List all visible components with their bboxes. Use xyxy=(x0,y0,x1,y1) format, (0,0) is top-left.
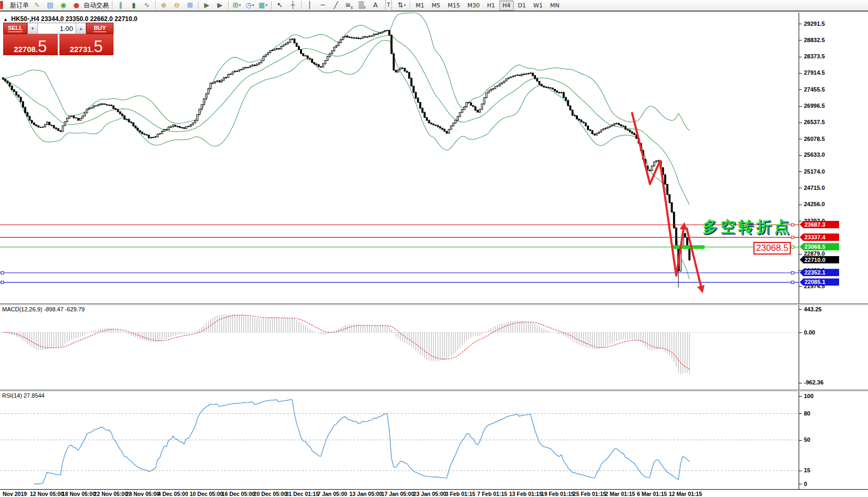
toolbar-separator xyxy=(198,1,199,9)
rsi-line xyxy=(34,400,689,484)
time-axis-label: 18 Nov 05:00 xyxy=(62,491,96,497)
sell-button[interactable]: SELL xyxy=(3,23,27,34)
volume-input[interactable] xyxy=(38,23,76,34)
one-click-trading-panel: SELL ▼ ▲ BUY 22708.5 22731.5 xyxy=(3,23,113,55)
grid-icon[interactable]: ▒F xyxy=(356,0,369,11)
price-axis-tick xyxy=(799,188,802,188)
price-tick-label: 22879.0 xyxy=(804,250,825,257)
arrows-icon[interactable]: ⇅▾ xyxy=(395,0,408,11)
price-axis-tick xyxy=(799,155,802,156)
price-axis[interactable]: 29291.528832.528373.527914.527455.526996… xyxy=(799,13,868,489)
price-level-badge: 23687.3 xyxy=(800,221,839,228)
timeframe-m1[interactable]: M1 xyxy=(412,1,428,11)
symbol-period-label: HK50-,H4 xyxy=(11,15,39,23)
toolbar-separator xyxy=(271,1,272,9)
time-axis-label: 7 Feb 01:15 xyxy=(477,491,507,497)
templates-icon[interactable]: ▦▾ xyxy=(256,0,270,11)
trendline-icon[interactable]: ╱ xyxy=(329,0,343,11)
timeframe-m15[interactable]: M15 xyxy=(445,1,463,11)
buy-button[interactable]: BUY xyxy=(86,23,113,34)
crosshair-icon[interactable]: ┼ xyxy=(286,0,299,11)
new-chart-icon[interactable]: ⊞▾ xyxy=(230,0,243,11)
price-flag-label[interactable]: 23068.5 xyxy=(753,242,791,255)
zoom-out-icon[interactable]: ⊖ xyxy=(170,0,183,11)
turning-point-annotation[interactable]: 多空转折点 xyxy=(702,217,792,238)
price-axis-tick xyxy=(799,123,802,123)
rsi-scale-label: 100 xyxy=(804,393,813,399)
price-axis-tick xyxy=(799,254,802,255)
main-price-chart[interactable] xyxy=(0,13,799,303)
timeframe-w1[interactable]: W1 xyxy=(530,1,546,11)
time-axis-label: 13 Jan 05:00 xyxy=(349,491,382,497)
time-axis-label: 12 Nov 05:00 xyxy=(30,491,64,497)
macd-scale-label: -962.36 xyxy=(804,379,823,386)
time-axis-label: Nov 2019 xyxy=(3,491,27,497)
price-tick-label: 25174.0 xyxy=(804,168,825,175)
toolbar-separator xyxy=(155,1,156,9)
zoom-in-icon[interactable]: ⊕ xyxy=(157,0,170,11)
bollinger-middle-band xyxy=(3,35,689,205)
time-axis-label: 19 Feb 01:15 xyxy=(541,491,574,497)
price-tick-label: 27914.5 xyxy=(804,69,825,76)
autotrading-icon[interactable]: ● xyxy=(70,0,83,11)
tile-windows-icon[interactable]: ⊞ xyxy=(183,0,197,11)
candlestick-chart-icon[interactable]: ▮ xyxy=(127,0,140,11)
macd-pane[interactable] xyxy=(0,305,799,388)
modify-order-icon[interactable]: ✎ xyxy=(30,0,44,11)
macd-axis-tick xyxy=(799,309,802,310)
price-level-badge: 23068.5 xyxy=(800,243,839,250)
sell-price[interactable]: 22708.5 xyxy=(3,34,59,55)
buy-price[interactable]: 22731.5 xyxy=(59,34,114,55)
symbol-arrow-icon: ▲ xyxy=(3,17,8,22)
rsi-pane[interactable] xyxy=(0,391,799,488)
cursor-icon[interactable]: ↖ xyxy=(273,0,286,11)
time-axis[interactable]: Nov 201912 Nov 05:0018 Nov 05:0022 Nov 0… xyxy=(0,489,868,497)
line-chart-icon[interactable]: ∿ xyxy=(140,0,153,11)
new-order-icon[interactable]: ▌ xyxy=(0,0,9,11)
text-label-icon[interactable]: T xyxy=(382,0,395,11)
timeframe-mn[interactable]: MN xyxy=(547,1,563,11)
green-zone-rect[interactable] xyxy=(671,245,705,249)
fibonacci-icon[interactable]: ≋E xyxy=(343,0,356,11)
new-order-label: 新订单 xyxy=(10,1,29,10)
rsi-axis-tick xyxy=(799,484,802,484)
zigzag-arrow-drawing[interactable] xyxy=(632,113,684,276)
chart-window[interactable]: ▲ HK50-,H4 23344.0 23350.0 22662.0 22710… xyxy=(0,13,868,497)
rsi-scale-label: 80 xyxy=(804,410,810,417)
time-axis-label: 7 Jan 05:00 xyxy=(317,491,347,497)
time-axis-label: 28 Nov 05:00 xyxy=(126,491,159,497)
volume-decrease-button[interactable]: ▼ xyxy=(28,23,38,34)
text-icon[interactable]: A xyxy=(369,0,382,11)
pane-separator[interactable] xyxy=(0,303,868,305)
timeframe-h4[interactable]: H4 xyxy=(499,1,513,11)
vertical-line-icon[interactable]: │ xyxy=(303,0,316,11)
autotrading-label: 自动交易 xyxy=(84,1,109,10)
price-level-badge: 23337.4 xyxy=(800,234,839,241)
timeframe-m30[interactable]: M30 xyxy=(464,1,483,11)
timeframe-d1[interactable]: D1 xyxy=(515,1,529,11)
macd-axis-tick xyxy=(799,332,802,333)
time-axis-label: 22 Nov 05:00 xyxy=(94,491,128,497)
toolbar-separator xyxy=(112,1,112,9)
periods-icon[interactable]: ◷▾ xyxy=(243,0,256,11)
price-level-badge: 22085.1 xyxy=(800,278,839,286)
pane-separator[interactable] xyxy=(0,390,868,391)
signals-icon[interactable]: ◉ xyxy=(57,0,70,11)
bar-chart-icon[interactable]: ∥ xyxy=(114,0,127,11)
bollinger-lower-band xyxy=(3,40,689,279)
shift-end-icon[interactable]: ▶ xyxy=(200,0,213,11)
macd-signal-line xyxy=(3,315,689,369)
price-tick-label: 27455.5 xyxy=(804,86,825,93)
price-axis-tick xyxy=(799,171,802,172)
buy-price-main: 22731 xyxy=(70,45,92,53)
timeframe-m5[interactable]: M5 xyxy=(429,1,444,11)
horizontal-line-icon[interactable]: ─ xyxy=(316,0,329,11)
timeframe-h1[interactable]: H1 xyxy=(484,1,498,11)
profiles-icon[interactable]: ▤ xyxy=(44,0,57,11)
rsi-name: RSI(14) xyxy=(2,392,22,399)
autoscroll-icon[interactable]: ▶ xyxy=(213,0,226,11)
time-axis-label: 6 Mar 01:15 xyxy=(637,491,667,497)
time-axis-label: 12 Mar 01:15 xyxy=(669,491,702,497)
price-axis-tick xyxy=(799,24,802,24)
volume-increase-button[interactable]: ▲ xyxy=(76,23,86,34)
